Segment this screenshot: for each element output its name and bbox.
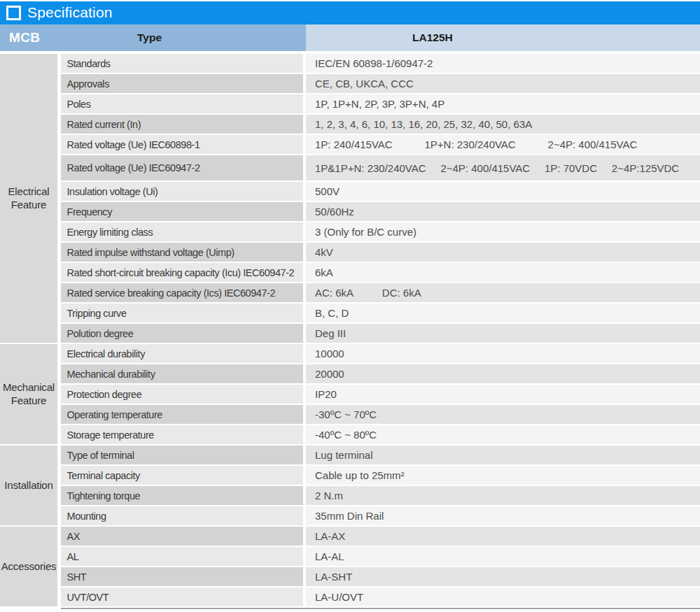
spec-section: AccessoriesAXLA-AXALLA-ALSHTLA-SHTUVT/OV… xyxy=(0,527,700,606)
spec-row-label: Electrical durability xyxy=(61,344,303,363)
spec-row-value: 4kV xyxy=(306,243,700,262)
spec-row-label: AX xyxy=(61,527,303,546)
spec-row-label: Polution degree xyxy=(61,324,303,343)
spec-row-value: LA-U/OVT xyxy=(306,588,700,606)
table-bottom-border xyxy=(61,608,700,609)
spec-section: InstallationType of terminalLug terminal… xyxy=(0,446,700,525)
spec-section: Mechanical FeatureElectrical durability1… xyxy=(0,344,700,444)
model-column-header: LA125H xyxy=(306,31,453,44)
group-label: Installation xyxy=(0,446,57,525)
spec-row-label: Rated voltage (Ue) IEC60947-2 xyxy=(61,155,303,180)
spec-row-value: 3 (Only for B/C curve) xyxy=(306,222,700,241)
spec-row-value: 35mm Din Rail xyxy=(306,506,700,525)
header-left-cell: MCB Type xyxy=(0,24,306,51)
spec-row-label: Standards xyxy=(61,54,303,73)
spec-row-value: 1P&1P+N: 230/240VAC 2~4P: 400/415VAC 1P:… xyxy=(306,155,700,180)
spec-row-value: Lug terminal xyxy=(306,446,700,464)
spec-row-label: Storage temperature xyxy=(61,425,303,444)
spec-row-value: 1, 2, 3, 4, 6, 10, 13, 16, 20, 25, 32, 4… xyxy=(306,115,700,134)
spec-row-label: Terminal capacity xyxy=(61,466,303,485)
spec-row-label: Approvals xyxy=(61,74,303,93)
spec-row-label: UVT/OVT xyxy=(61,588,303,606)
group-label: Electrical Feature xyxy=(0,54,57,343)
spec-row-label: Rated voltage (Ue) IEC60898-1 xyxy=(61,135,303,154)
spec-row-value: CE, CB, UKCA, CCC xyxy=(306,74,700,93)
spec-table: Electrical FeatureStandardsIEC/EN 60898-… xyxy=(0,54,700,606)
spec-row-label: Poles xyxy=(61,94,303,113)
spec-row-value: AC: 6kA DC: 6kA xyxy=(306,283,700,302)
spec-row-label: Type of terminal xyxy=(61,446,303,464)
spec-row-value: LA-AL xyxy=(306,547,700,566)
spec-row-label: Frequency xyxy=(61,202,303,221)
spec-row-label: Operating temperature xyxy=(61,405,303,424)
spec-row-value: B, C, D xyxy=(306,304,700,322)
type-column-header: Type xyxy=(0,31,299,44)
table-header: MCB Type LA125H xyxy=(0,24,700,51)
spec-row-label: Mechanical durability xyxy=(61,364,303,383)
spec-row-label: Rated service breaking capacity (Ics) IE… xyxy=(61,283,303,302)
spec-row-label: Rated impulse withstand voltage (Uimp) xyxy=(61,243,303,262)
spec-page: Specification MCB Type LA125H Electrical… xyxy=(0,0,700,609)
spec-row-label: Mounting xyxy=(61,506,303,525)
page-title: Specification xyxy=(27,4,113,22)
spec-row-value: 2 N.m xyxy=(306,486,700,505)
spec-row-label: Rated short-circuit breaking capacity (I… xyxy=(61,263,303,282)
spec-row-label: SHT xyxy=(61,567,303,586)
spec-row-value: 6kA xyxy=(306,263,700,282)
square-outline-icon xyxy=(6,6,21,20)
spec-row-value: 1P: 240/415VAC 1P+N: 230/240VAC 2~4P: 40… xyxy=(306,135,700,154)
spec-row-label: AL xyxy=(61,547,303,566)
group-label: Mechanical Feature xyxy=(0,344,57,444)
spec-row-value: 20000 xyxy=(306,364,700,383)
header-model-cell: LA125H xyxy=(306,24,700,51)
spec-row-label: Tightening torque xyxy=(61,486,303,505)
spec-row-value: LA-SHT xyxy=(306,567,700,586)
spec-row-value: IP20 xyxy=(306,385,700,404)
spec-row-label: Protection degree xyxy=(61,385,303,404)
spec-row-value: 500V xyxy=(306,182,700,201)
spec-row-value: 50/60Hz xyxy=(306,202,700,221)
spec-section: Electrical FeatureStandardsIEC/EN 60898-… xyxy=(0,54,700,343)
spec-row-value: 1P, 1P+N, 2P, 3P, 3P+N, 4P xyxy=(306,94,700,113)
spec-row-value: -40ºC ~ 80ºC xyxy=(306,425,700,444)
page-title-bar: Specification xyxy=(0,1,700,24)
spec-row-value: Cable up to 25mm² xyxy=(306,466,700,485)
spec-row-label: Energy limiting class xyxy=(61,222,303,241)
spec-row-label: Tripping curve xyxy=(61,304,303,322)
spec-row-value: LA-AX xyxy=(306,527,700,546)
spec-row-value: Deg III xyxy=(306,324,700,343)
spec-row-value: IEC/EN 60898-1/60947-2 xyxy=(306,54,700,73)
spec-row-label: Insulation voltage (Ui) xyxy=(61,182,303,201)
spec-row-value: 10000 xyxy=(306,344,700,363)
spec-row-value: -30ºC ~ 70ºC xyxy=(306,405,700,424)
spec-row-label: Rated current (In) xyxy=(61,115,303,134)
group-label: Accessories xyxy=(0,527,57,606)
